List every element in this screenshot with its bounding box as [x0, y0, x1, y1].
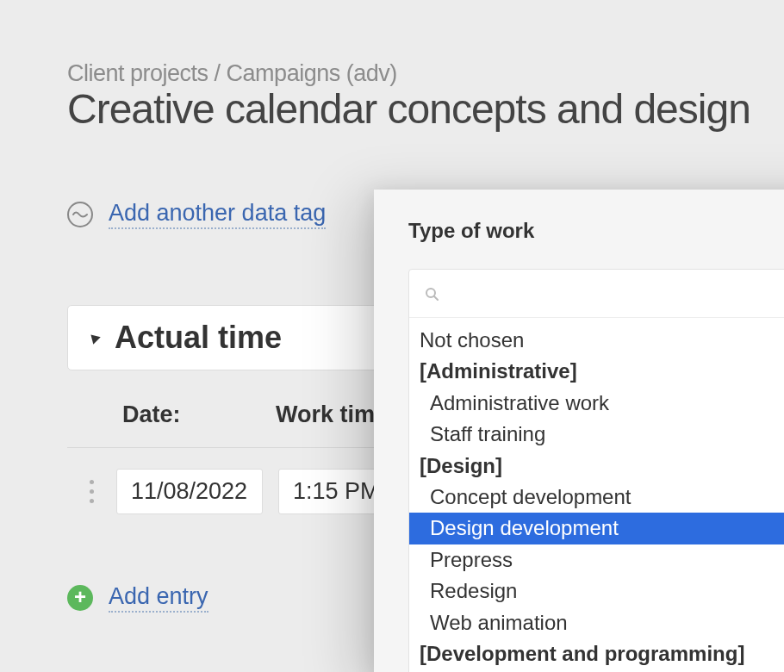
section-title: Actual time [115, 320, 282, 356]
dropdown-option[interactable]: Not chosen [409, 325, 784, 356]
dropdown-options: Not chosen [Administrative] Administrati… [409, 318, 784, 672]
dropdown-group-label[interactable]: [Design] [409, 451, 784, 482]
svg-line-1 [434, 296, 438, 300]
search-icon [425, 286, 439, 305]
dropdown-option[interactable]: Redesign [409, 576, 784, 607]
type-of-work-dropdown: Type of work Not chosen [Administrative]… [374, 190, 784, 672]
dropdown-group-label[interactable]: [Development and programming] [409, 638, 784, 669]
breadcrumb-segment[interactable]: Client projects [67, 60, 208, 86]
dropdown-option-selected[interactable]: Design development [409, 513, 784, 544]
dropdown-option[interactable]: Prepress [409, 544, 784, 576]
date-field[interactable]: 11/08/2022 [116, 469, 263, 514]
dropdown-option[interactable]: Staff training [409, 419, 784, 450]
drag-handle-icon[interactable] [90, 480, 94, 503]
add-data-tag-link[interactable]: Add another data tag [109, 200, 326, 229]
collapse-triangle-icon [87, 331, 101, 345]
breadcrumb-separator: / [215, 60, 227, 86]
column-header-worktime: Work time [276, 401, 388, 428]
plus-icon [67, 585, 93, 611]
breadcrumb-segment[interactable]: Campaigns (adv) [227, 60, 397, 86]
column-header-date: Date: [122, 401, 276, 428]
dropdown-option[interactable]: Concept development [409, 482, 784, 513]
add-entry-link[interactable]: Add entry [109, 583, 208, 613]
dropdown-search-input[interactable] [447, 285, 784, 305]
dropdown-group-label[interactable]: [Administrative] [409, 356, 784, 387]
dropdown-option[interactable]: Administrative work [409, 388, 784, 419]
page-title: Creative calendar concepts and design [67, 85, 784, 133]
dropdown-title: Type of work [374, 190, 784, 269]
tag-icon [67, 202, 93, 227]
dropdown-option[interactable]: Web animation [409, 607, 784, 638]
breadcrumb[interactable]: Client projects / Campaigns (adv) [67, 60, 784, 87]
